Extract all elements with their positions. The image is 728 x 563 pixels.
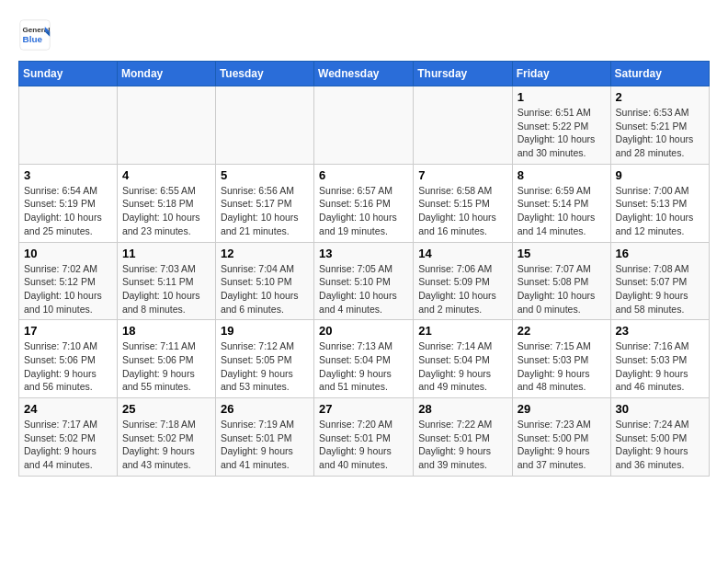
calendar-cell: 30Sunrise: 7:24 AM Sunset: 5:00 PM Dayli… <box>610 398 709 477</box>
calendar-cell: 5Sunrise: 6:56 AM Sunset: 5:17 PM Daylig… <box>215 164 313 242</box>
calendar-cell: 29Sunrise: 7:23 AM Sunset: 5:00 PM Dayli… <box>512 398 610 477</box>
calendar-cell: 1Sunrise: 6:51 AM Sunset: 5:22 PM Daylig… <box>512 86 610 165</box>
calendar-week-1: 1Sunrise: 6:51 AM Sunset: 5:22 PM Daylig… <box>19 86 710 165</box>
calendar-week-3: 10Sunrise: 7:02 AM Sunset: 5:12 PM Dayli… <box>19 242 710 320</box>
day-info: Sunrise: 7:12 AM Sunset: 5:05 PM Dayligh… <box>221 339 309 394</box>
day-info: Sunrise: 7:15 AM Sunset: 5:03 PM Dayligh… <box>518 339 606 394</box>
calendar-cell: 22Sunrise: 7:15 AM Sunset: 5:03 PM Dayli… <box>512 320 610 398</box>
calendar-cell: 14Sunrise: 7:06 AM Sunset: 5:09 PM Dayli… <box>414 242 512 320</box>
day-info: Sunrise: 6:51 AM Sunset: 5:22 PM Dayligh… <box>518 106 606 160</box>
calendar-week-2: 3Sunrise: 6:54 AM Sunset: 5:19 PM Daylig… <box>19 164 710 242</box>
day-number: 5 <box>221 168 309 182</box>
day-number: 30 <box>616 402 704 416</box>
day-number: 25 <box>122 402 210 416</box>
day-info: Sunrise: 7:07 AM Sunset: 5:08 PM Dayligh… <box>518 262 606 316</box>
day-number: 29 <box>518 402 606 416</box>
weekday-header-monday: Monday <box>117 62 215 86</box>
calendar-cell: 12Sunrise: 7:04 AM Sunset: 5:10 PM Dayli… <box>215 242 313 320</box>
day-info: Sunrise: 7:11 AM Sunset: 5:06 PM Dayligh… <box>122 339 210 394</box>
calendar-body: 1Sunrise: 6:51 AM Sunset: 5:22 PM Daylig… <box>19 86 710 477</box>
day-number: 26 <box>221 402 309 416</box>
calendar-cell: 2Sunrise: 6:53 AM Sunset: 5:21 PM Daylig… <box>610 86 709 165</box>
day-number: 13 <box>319 247 408 260</box>
day-number: 20 <box>319 324 408 338</box>
day-number: 15 <box>518 247 606 260</box>
calendar-cell: 28Sunrise: 7:22 AM Sunset: 5:01 PM Dayli… <box>414 398 512 477</box>
day-number: 1 <box>518 90 606 104</box>
day-info: Sunrise: 7:14 AM Sunset: 5:04 PM Dayligh… <box>418 339 506 394</box>
calendar-cell: 4Sunrise: 6:55 AM Sunset: 5:18 PM Daylig… <box>117 164 215 242</box>
calendar-cell: 23Sunrise: 7:16 AM Sunset: 5:03 PM Dayli… <box>610 320 709 398</box>
day-number: 10 <box>24 247 112 260</box>
calendar-cell: 3Sunrise: 6:54 AM Sunset: 5:19 PM Daylig… <box>19 164 118 242</box>
calendar-cell: 7Sunrise: 6:58 AM Sunset: 5:15 PM Daylig… <box>414 164 512 242</box>
calendar-week-5: 24Sunrise: 7:17 AM Sunset: 5:02 PM Dayli… <box>19 398 710 477</box>
calendar-table: SundayMondayTuesdayWednesdayThursdayFrid… <box>18 61 710 477</box>
logo-icon: General Blue <box>18 18 51 52</box>
day-number: 6 <box>319 168 408 182</box>
calendar-cell: 6Sunrise: 6:57 AM Sunset: 5:16 PM Daylig… <box>314 164 414 242</box>
calendar-cell: 17Sunrise: 7:10 AM Sunset: 5:06 PM Dayli… <box>19 320 118 398</box>
calendar-week-4: 17Sunrise: 7:10 AM Sunset: 5:06 PM Dayli… <box>19 320 710 398</box>
calendar-cell: 21Sunrise: 7:14 AM Sunset: 5:04 PM Dayli… <box>414 320 512 398</box>
day-number: 27 <box>319 402 408 416</box>
calendar-cell <box>414 86 512 165</box>
calendar-cell <box>215 86 313 165</box>
day-number: 7 <box>418 168 506 182</box>
page-header: General Blue <box>18 18 710 52</box>
weekday-header-wednesday: Wednesday <box>314 62 414 86</box>
weekday-header-sunday: Sunday <box>19 62 118 86</box>
day-info: Sunrise: 7:13 AM Sunset: 5:04 PM Dayligh… <box>319 339 408 394</box>
day-number: 12 <box>221 247 309 260</box>
day-number: 21 <box>418 324 506 338</box>
day-number: 18 <box>122 324 210 338</box>
logo: General Blue <box>18 18 51 52</box>
weekday-header-friday: Friday <box>512 62 610 86</box>
day-info: Sunrise: 7:22 AM Sunset: 5:01 PM Dayligh… <box>418 418 506 472</box>
weekday-header-row: SundayMondayTuesdayWednesdayThursdayFrid… <box>19 62 710 86</box>
day-number: 3 <box>24 168 112 182</box>
day-number: 9 <box>616 168 704 182</box>
calendar-cell <box>19 86 118 165</box>
svg-text:Blue: Blue <box>23 34 43 44</box>
day-info: Sunrise: 7:24 AM Sunset: 5:00 PM Dayligh… <box>616 418 704 472</box>
day-info: Sunrise: 7:23 AM Sunset: 5:00 PM Dayligh… <box>518 418 606 472</box>
day-number: 24 <box>24 402 112 416</box>
calendar-cell: 11Sunrise: 7:03 AM Sunset: 5:11 PM Dayli… <box>117 242 215 320</box>
day-info: Sunrise: 7:03 AM Sunset: 5:11 PM Dayligh… <box>122 262 210 316</box>
day-info: Sunrise: 6:58 AM Sunset: 5:15 PM Dayligh… <box>418 184 506 238</box>
calendar-cell: 13Sunrise: 7:05 AM Sunset: 5:10 PM Dayli… <box>314 242 414 320</box>
day-info: Sunrise: 7:00 AM Sunset: 5:13 PM Dayligh… <box>616 184 704 238</box>
calendar-cell: 25Sunrise: 7:18 AM Sunset: 5:02 PM Dayli… <box>117 398 215 477</box>
day-info: Sunrise: 7:10 AM Sunset: 5:06 PM Dayligh… <box>24 339 112 394</box>
calendar-cell: 16Sunrise: 7:08 AM Sunset: 5:07 PM Dayli… <box>610 242 709 320</box>
day-info: Sunrise: 7:19 AM Sunset: 5:01 PM Dayligh… <box>221 418 309 472</box>
day-info: Sunrise: 7:05 AM Sunset: 5:10 PM Dayligh… <box>319 262 408 316</box>
calendar-cell: 8Sunrise: 6:59 AM Sunset: 5:14 PM Daylig… <box>512 164 610 242</box>
day-number: 19 <box>221 324 309 338</box>
calendar-cell: 27Sunrise: 7:20 AM Sunset: 5:01 PM Dayli… <box>314 398 414 477</box>
day-number: 23 <box>616 324 704 338</box>
calendar-cell: 15Sunrise: 7:07 AM Sunset: 5:08 PM Dayli… <box>512 242 610 320</box>
day-info: Sunrise: 7:18 AM Sunset: 5:02 PM Dayligh… <box>122 418 210 472</box>
weekday-header-tuesday: Tuesday <box>215 62 313 86</box>
calendar-cell: 20Sunrise: 7:13 AM Sunset: 5:04 PM Dayli… <box>314 320 414 398</box>
calendar-cell: 9Sunrise: 7:00 AM Sunset: 5:13 PM Daylig… <box>610 164 709 242</box>
day-number: 11 <box>122 247 210 260</box>
day-info: Sunrise: 6:53 AM Sunset: 5:21 PM Dayligh… <box>616 106 704 160</box>
day-info: Sunrise: 6:56 AM Sunset: 5:17 PM Dayligh… <box>221 184 309 238</box>
day-info: Sunrise: 6:54 AM Sunset: 5:19 PM Dayligh… <box>24 184 112 238</box>
day-number: 2 <box>616 90 704 104</box>
day-info: Sunrise: 7:06 AM Sunset: 5:09 PM Dayligh… <box>418 262 506 316</box>
calendar-cell: 18Sunrise: 7:11 AM Sunset: 5:06 PM Dayli… <box>117 320 215 398</box>
weekday-header-saturday: Saturday <box>610 62 709 86</box>
calendar-cell: 26Sunrise: 7:19 AM Sunset: 5:01 PM Dayli… <box>215 398 313 477</box>
day-info: Sunrise: 7:16 AM Sunset: 5:03 PM Dayligh… <box>616 339 704 394</box>
day-info: Sunrise: 7:04 AM Sunset: 5:10 PM Dayligh… <box>221 262 309 316</box>
calendar-cell <box>314 86 414 165</box>
calendar-header: SundayMondayTuesdayWednesdayThursdayFrid… <box>19 62 710 86</box>
day-info: Sunrise: 6:57 AM Sunset: 5:16 PM Dayligh… <box>319 184 408 238</box>
day-info: Sunrise: 7:20 AM Sunset: 5:01 PM Dayligh… <box>319 418 408 472</box>
day-number: 17 <box>24 324 112 338</box>
day-number: 4 <box>122 168 210 182</box>
